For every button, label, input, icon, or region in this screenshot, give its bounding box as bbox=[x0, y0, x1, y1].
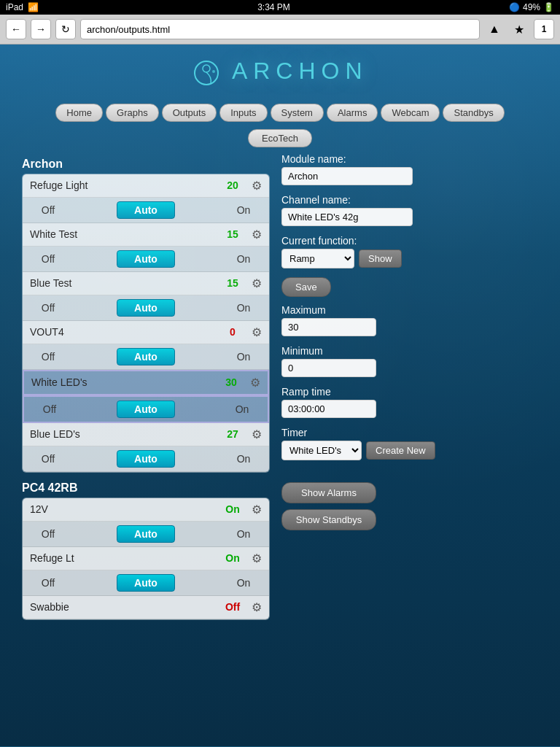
current-function-label: Current function: bbox=[281, 235, 538, 247]
nav-home[interactable]: Home bbox=[55, 104, 103, 122]
maximum-input[interactable] bbox=[281, 318, 376, 336]
back-button[interactable]: ← bbox=[6, 19, 26, 39]
pc4-section-title: PC4 42RB bbox=[22, 477, 270, 498]
ramp-time-label: Ramp time bbox=[281, 386, 538, 398]
archon-section-title: Archon bbox=[22, 153, 270, 174]
gear-icon-refuge-lt[interactable]: ⚙ bbox=[252, 551, 262, 565]
reload-button[interactable]: ↻ bbox=[55, 19, 76, 39]
channel-name-white-test: White Test bbox=[30, 228, 218, 240]
forward-button[interactable]: → bbox=[31, 19, 51, 39]
function-row: Ramp Fixed Sine Parabola Show bbox=[281, 249, 538, 268]
nav-ecotech[interactable]: EcoTech bbox=[248, 129, 312, 147]
timer-group: Timer White LED's Create New bbox=[281, 427, 538, 460]
ramp-time-group: Ramp time bbox=[281, 386, 538, 418]
channel-row-refuge-light: Refuge Light 20 ⚙ bbox=[23, 174, 269, 198]
auto-btn-refuge-light[interactable]: Auto bbox=[117, 201, 175, 219]
control-row-white-test: Off Auto On bbox=[23, 247, 269, 272]
status-right: 🔵 49% 🔋 bbox=[509, 2, 554, 12]
gear-icon-blue-test[interactable]: ⚙ bbox=[252, 276, 262, 290]
status-left: iPad 📶 bbox=[6, 2, 39, 12]
auto-btn-refuge-lt[interactable]: Auto bbox=[117, 574, 175, 592]
channel-name-vout4: VOUT4 bbox=[30, 326, 218, 338]
channel-value-refuge-light: 20 bbox=[218, 179, 247, 191]
channel-value-blue-test: 15 bbox=[218, 277, 247, 289]
gear-icon-vout4[interactable]: ⚙ bbox=[252, 325, 262, 339]
control-row-12v: Off Auto On bbox=[23, 522, 269, 547]
gear-icon-blue-leds[interactable]: ⚙ bbox=[252, 427, 262, 441]
timer-label: Timer bbox=[281, 427, 538, 438]
channel-name-label: Channel name: bbox=[281, 194, 538, 206]
channel-name-white-leds: White LED's bbox=[31, 376, 217, 388]
channel-value-vout4: 0 bbox=[218, 326, 247, 338]
function-select[interactable]: Ramp Fixed Sine Parabola bbox=[281, 249, 354, 268]
control-row-blue-leds: Off Auto On bbox=[23, 446, 269, 472]
timer-select[interactable]: White LED's bbox=[281, 441, 362, 460]
on-label-refuge-light: On bbox=[225, 204, 262, 216]
archon-module-box: Refuge Light 20 ⚙ Off Auto On White Test… bbox=[22, 174, 270, 473]
url-bar[interactable] bbox=[80, 19, 480, 39]
create-new-button[interactable]: Create New bbox=[366, 441, 435, 460]
minimum-input[interactable] bbox=[281, 359, 376, 377]
ramp-time-input[interactable] bbox=[281, 400, 376, 418]
nav-standbys[interactable]: Standbys bbox=[443, 104, 504, 122]
channel-value-white-leds: 30 bbox=[217, 376, 246, 388]
channel-name-refuge-lt: Refuge Lt bbox=[30, 552, 218, 564]
nav-graphs[interactable]: Graphs bbox=[106, 104, 159, 122]
nav-outputs[interactable]: Outputs bbox=[162, 104, 217, 122]
minimum-label: Minimum bbox=[281, 345, 538, 357]
nav-system[interactable]: System bbox=[271, 104, 324, 122]
channel-row-vout4: VOUT4 0 ⚙ bbox=[23, 321, 269, 344]
channel-row-blue-test: Blue Test 15 ⚙ bbox=[23, 272, 269, 295]
channel-row-white-test: White Test 15 ⚙ bbox=[23, 223, 269, 247]
on-label-blue-leds: On bbox=[225, 453, 262, 465]
share-icon[interactable]: ▲ bbox=[484, 19, 505, 39]
minimum-group: Minimum bbox=[281, 345, 538, 377]
show-standbys-button[interactable]: Show Standbys bbox=[281, 509, 376, 530]
main-content: Archon Refuge Light 20 ⚙ Off Auto On Whi… bbox=[0, 153, 560, 624]
gear-icon-refuge-light[interactable]: ⚙ bbox=[252, 179, 262, 193]
nav-alarms[interactable]: Alarms bbox=[327, 104, 378, 122]
channel-name-input[interactable] bbox=[281, 208, 413, 226]
channel-name-blue-test: Blue Test bbox=[30, 277, 218, 289]
battery-label: 49% bbox=[523, 2, 540, 12]
bluetooth-icon: 🔵 bbox=[509, 2, 520, 12]
channel-row-refuge-lt: Refuge Lt On ⚙ bbox=[23, 547, 269, 570]
channel-value-blue-leds: 27 bbox=[218, 428, 247, 440]
channel-name-swabbie: Swabbie bbox=[30, 601, 218, 613]
show-alarms-button[interactable]: Show Alarms bbox=[281, 482, 376, 503]
auto-btn-vout4[interactable]: Auto bbox=[117, 348, 175, 365]
auto-btn-blue-test[interactable]: Auto bbox=[117, 299, 175, 317]
auto-btn-blue-leds[interactable]: Auto bbox=[117, 450, 175, 468]
save-button[interactable]: Save bbox=[281, 277, 331, 297]
on-label-blue-test: On bbox=[225, 302, 262, 314]
on-label-white-leds: On bbox=[224, 403, 260, 415]
auto-btn-white-test[interactable]: Auto bbox=[117, 250, 175, 268]
on-label-white-test: On bbox=[225, 253, 262, 265]
pc4-module-box: 12V On ⚙ Off Auto On Refuge Lt On ⚙ Off bbox=[22, 498, 270, 620]
on-label-refuge-lt: On bbox=[225, 577, 262, 589]
channel-name-12v: 12V bbox=[30, 503, 218, 515]
channel-row-swabbie: Swabbie Off ⚙ bbox=[23, 596, 269, 619]
show-button[interactable]: Show bbox=[359, 249, 402, 268]
nav-inputs[interactable]: Inputs bbox=[219, 104, 267, 122]
off-label-refuge-light: Off bbox=[30, 204, 66, 216]
control-row-refuge-light: Off Auto On bbox=[23, 198, 269, 223]
gear-icon-white-test[interactable]: ⚙ bbox=[252, 228, 262, 241]
module-name-input[interactable] bbox=[281, 167, 413, 185]
browser-chrome: ← → ↻ ▲ ★ 1 bbox=[0, 15, 560, 44]
off-label-12v: Off bbox=[30, 528, 66, 540]
nav-webcam[interactable]: Webcam bbox=[381, 104, 440, 122]
off-label-white-leds: Off bbox=[31, 403, 68, 415]
gear-icon-swabbie[interactable]: ⚙ bbox=[252, 600, 262, 614]
bookmark-icon[interactable]: ★ bbox=[509, 19, 529, 39]
gear-icon-white-leds[interactable]: ⚙ bbox=[250, 376, 260, 390]
channel-row-12v: 12V On ⚙ bbox=[23, 498, 269, 522]
control-row-refuge-lt: Off Auto On bbox=[23, 570, 269, 596]
carrier-label: iPad bbox=[6, 2, 23, 12]
auto-btn-12v[interactable]: Auto bbox=[117, 525, 175, 543]
auto-btn-white-leds[interactable]: Auto bbox=[117, 400, 175, 418]
tab-count[interactable]: 1 bbox=[534, 19, 554, 39]
channel-name-refuge-light: Refuge Light bbox=[30, 179, 218, 191]
logo-text: ARCHON bbox=[232, 58, 368, 84]
gear-icon-12v[interactable]: ⚙ bbox=[252, 503, 262, 516]
